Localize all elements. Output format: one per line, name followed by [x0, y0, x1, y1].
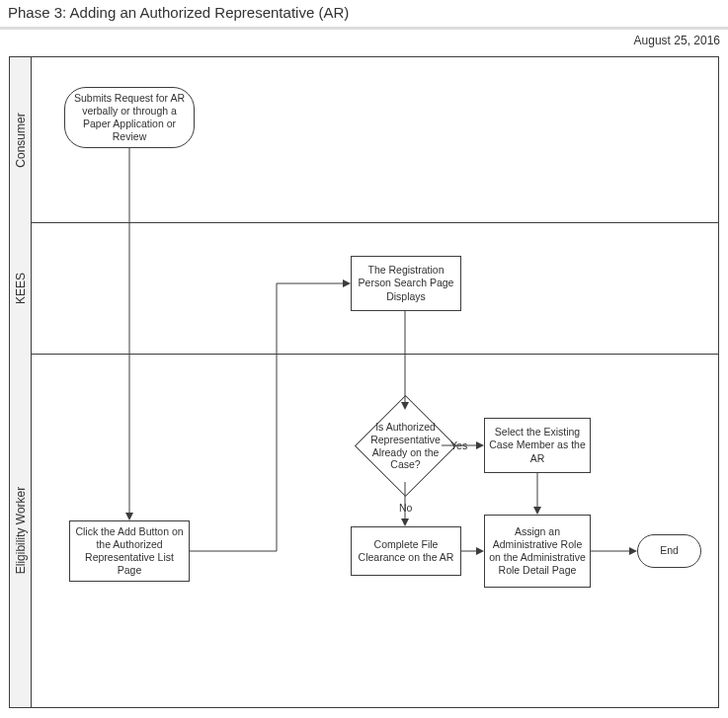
node-select-existing: Select the Existing Case Member as the A… [484, 418, 591, 473]
lane-label: KEES [14, 272, 28, 303]
node-file-clearance: Complete File Clearance on the AR [351, 526, 461, 576]
svg-marker-2 [343, 279, 351, 287]
edge-label-no: No [399, 502, 412, 514]
edge-label-yes: Yes [450, 439, 467, 451]
node-start: Submits Request for AR verbally or throu… [64, 87, 195, 148]
date-row: August 25, 2016 [0, 30, 728, 47]
lane-separator [10, 222, 718, 223]
decision-text: Is Authorized Representative Already on … [364, 404, 447, 488]
node-decision: Is Authorized Representative Already on … [369, 410, 442, 482]
node-end: End [637, 534, 701, 568]
lane-label: Consumer [14, 113, 28, 167]
connectors [10, 57, 718, 707]
node-registration-page: The Registration Person Search Page Disp… [351, 256, 461, 311]
lane-header-kees: KEES [10, 222, 32, 354]
svg-marker-10 [533, 507, 541, 515]
svg-marker-8 [401, 519, 409, 526]
node-click-add: Click the Add Button on the Authorized R… [69, 520, 190, 582]
svg-marker-6 [476, 441, 484, 449]
lane-separator [10, 354, 718, 355]
node-assign-role: Assign an Administrative Role on the Adm… [484, 515, 591, 588]
svg-marker-12 [476, 547, 484, 555]
lane-header-consumer: Consumer [10, 57, 32, 222]
title-bar: Phase 3: Adding an Authorized Representa… [0, 0, 728, 30]
page-date: August 25, 2016 [634, 34, 720, 47]
lane-header-worker: Eligibility Worker [10, 354, 32, 707]
svg-marker-14 [629, 547, 637, 555]
svg-marker-1 [125, 513, 133, 520]
page-title: Phase 3: Adding an Authorized Representa… [8, 4, 349, 21]
swimlane-diagram: Consumer KEES Eligibility Worker Submits… [9, 56, 719, 708]
lane-label: Eligibility Worker [14, 487, 28, 574]
